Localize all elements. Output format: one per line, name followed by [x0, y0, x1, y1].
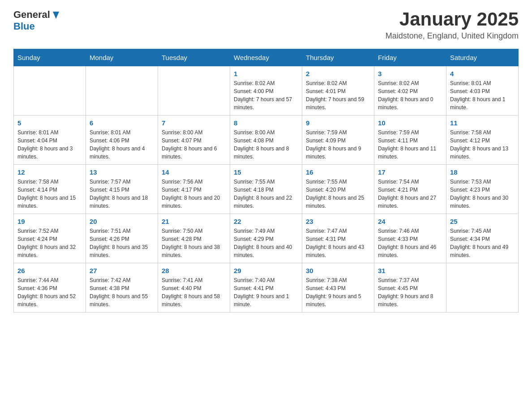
day-number: 23: [306, 218, 370, 225]
day-sun-info: Sunrise: 7:52 AMSunset: 4:24 PMDaylight:…: [17, 227, 82, 259]
calendar-day-cell: 11Sunrise: 7:58 AMSunset: 4:12 PMDayligh…: [446, 116, 519, 165]
weekday-header-monday: Monday: [86, 49, 158, 66]
calendar-day-cell: 10Sunrise: 7:59 AMSunset: 4:11 PMDayligh…: [374, 116, 446, 165]
day-sun-info: Sunrise: 8:01 AMSunset: 4:06 PMDaylight:…: [90, 128, 154, 161]
calendar-day-cell: 8Sunrise: 8:00 AMSunset: 4:08 PMDaylight…: [230, 116, 302, 165]
day-number: 22: [234, 218, 298, 225]
calendar-day-cell: 20Sunrise: 7:51 AMSunset: 4:26 PMDayligh…: [86, 214, 158, 263]
page-subtitle: Maidstone, England, United Kingdom: [386, 31, 519, 41]
day-sun-info: Sunrise: 7:44 AMSunset: 4:36 PMDaylight:…: [17, 276, 82, 308]
calendar-day-cell: 19Sunrise: 7:52 AMSunset: 4:24 PMDayligh…: [14, 214, 86, 263]
day-sun-info: Sunrise: 7:37 AMSunset: 4:45 PMDaylight:…: [378, 276, 442, 308]
calendar-day-cell: 26Sunrise: 7:44 AMSunset: 4:36 PMDayligh…: [14, 263, 86, 313]
weekday-header-wednesday: Wednesday: [230, 49, 302, 66]
logo-general-text: General: [13, 9, 50, 21]
day-number: 18: [450, 168, 515, 176]
calendar-day-cell: 22Sunrise: 7:49 AMSunset: 4:29 PMDayligh…: [230, 214, 302, 263]
day-number: 15: [234, 168, 298, 176]
calendar-day-cell: 12Sunrise: 7:58 AMSunset: 4:14 PMDayligh…: [14, 165, 86, 214]
calendar-day-cell: 28Sunrise: 7:41 AMSunset: 4:40 PMDayligh…: [158, 263, 230, 313]
day-sun-info: Sunrise: 7:57 AMSunset: 4:15 PMDaylight:…: [90, 178, 154, 210]
day-sun-info: Sunrise: 7:54 AMSunset: 4:21 PMDaylight:…: [378, 178, 442, 210]
day-sun-info: Sunrise: 8:00 AMSunset: 4:08 PMDaylight:…: [234, 128, 298, 161]
page-header: General Blue January 2025 Maidstone, Eng…: [13, 9, 519, 41]
day-sun-info: Sunrise: 8:01 AMSunset: 4:03 PMDaylight:…: [450, 79, 515, 111]
day-number: 19: [17, 218, 82, 225]
calendar-day-cell: 3Sunrise: 8:02 AMSunset: 4:02 PMDaylight…: [374, 66, 446, 116]
logo-blue-text: Blue: [13, 21, 35, 32]
calendar-day-cell: 29Sunrise: 7:40 AMSunset: 4:41 PMDayligh…: [230, 263, 302, 313]
calendar-day-cell: 27Sunrise: 7:42 AMSunset: 4:38 PMDayligh…: [86, 263, 158, 313]
calendar-day-cell: 18Sunrise: 7:53 AMSunset: 4:23 PMDayligh…: [446, 165, 519, 214]
calendar-week-row: 5Sunrise: 8:01 AMSunset: 4:04 PMDaylight…: [14, 116, 519, 165]
day-number: 4: [450, 70, 515, 77]
calendar-day-cell: 1Sunrise: 8:02 AMSunset: 4:00 PMDaylight…: [230, 66, 302, 116]
day-number: 5: [17, 119, 82, 127]
day-number: 3: [378, 70, 442, 77]
calendar-day-cell: 23Sunrise: 7:47 AMSunset: 4:31 PMDayligh…: [302, 214, 374, 263]
day-sun-info: Sunrise: 7:40 AMSunset: 4:41 PMDaylight:…: [234, 276, 298, 308]
calendar-day-cell: 24Sunrise: 7:46 AMSunset: 4:33 PMDayligh…: [374, 214, 446, 263]
calendar-week-row: 19Sunrise: 7:52 AMSunset: 4:24 PMDayligh…: [14, 214, 519, 263]
calendar-week-row: 26Sunrise: 7:44 AMSunset: 4:36 PMDayligh…: [14, 263, 519, 313]
day-number: 2: [306, 70, 370, 77]
day-number: 1: [234, 70, 298, 77]
day-sun-info: Sunrise: 7:55 AMSunset: 4:20 PMDaylight:…: [306, 178, 370, 210]
day-number: 17: [378, 168, 442, 176]
day-sun-info: Sunrise: 8:01 AMSunset: 4:04 PMDaylight:…: [17, 128, 82, 161]
calendar-day-cell: [14, 66, 86, 116]
day-number: 30: [306, 267, 370, 274]
calendar-day-cell: 5Sunrise: 8:01 AMSunset: 4:04 PMDaylight…: [14, 116, 86, 165]
calendar-day-cell: 6Sunrise: 8:01 AMSunset: 4:06 PMDaylight…: [86, 116, 158, 165]
calendar-day-cell: 14Sunrise: 7:56 AMSunset: 4:17 PMDayligh…: [158, 165, 230, 214]
calendar-day-cell: 4Sunrise: 8:01 AMSunset: 4:03 PMDaylight…: [446, 66, 519, 116]
day-number: 28: [162, 267, 226, 274]
day-number: 13: [90, 168, 154, 176]
day-sun-info: Sunrise: 7:38 AMSunset: 4:43 PMDaylight:…: [306, 276, 370, 308]
calendar-day-cell: [86, 66, 158, 116]
calendar-day-cell: [158, 66, 230, 116]
day-sun-info: Sunrise: 7:56 AMSunset: 4:17 PMDaylight:…: [162, 178, 226, 210]
calendar-day-cell: 2Sunrise: 8:02 AMSunset: 4:01 PMDaylight…: [302, 66, 374, 116]
day-sun-info: Sunrise: 7:59 AMSunset: 4:09 PMDaylight:…: [306, 128, 370, 161]
weekday-header-thursday: Thursday: [302, 49, 374, 66]
day-sun-info: Sunrise: 8:02 AMSunset: 4:02 PMDaylight:…: [378, 79, 442, 111]
calendar-table: SundayMondayTuesdayWednesdayThursdayFrid…: [13, 49, 519, 313]
day-number: 9: [306, 119, 370, 127]
day-number: 21: [162, 218, 226, 225]
weekday-header-sunday: Sunday: [14, 49, 86, 66]
weekday-header-tuesday: Tuesday: [158, 49, 230, 66]
day-sun-info: Sunrise: 7:42 AMSunset: 4:38 PMDaylight:…: [90, 276, 154, 308]
day-sun-info: Sunrise: 7:50 AMSunset: 4:28 PMDaylight:…: [162, 227, 226, 259]
day-number: 7: [162, 119, 226, 127]
day-sun-info: Sunrise: 7:41 AMSunset: 4:40 PMDaylight:…: [162, 276, 226, 308]
day-number: 27: [90, 267, 154, 274]
day-number: 26: [17, 267, 82, 274]
day-sun-info: Sunrise: 7:45 AMSunset: 4:34 PMDaylight:…: [450, 227, 515, 259]
calendar-day-cell: 30Sunrise: 7:38 AMSunset: 4:43 PMDayligh…: [302, 263, 374, 313]
day-number: 29: [234, 267, 298, 274]
day-sun-info: Sunrise: 8:00 AMSunset: 4:07 PMDaylight:…: [162, 128, 226, 161]
svg-marker-0: [53, 12, 59, 19]
logo: General Blue: [13, 9, 61, 32]
weekday-header-friday: Friday: [374, 49, 446, 66]
logo-triangle-icon: [51, 10, 61, 20]
calendar-day-cell: 9Sunrise: 7:59 AMSunset: 4:09 PMDaylight…: [302, 116, 374, 165]
day-number: 16: [306, 168, 370, 176]
calendar-day-cell: 25Sunrise: 7:45 AMSunset: 4:34 PMDayligh…: [446, 214, 519, 263]
day-sun-info: Sunrise: 7:47 AMSunset: 4:31 PMDaylight:…: [306, 227, 370, 259]
calendar-day-cell: 16Sunrise: 7:55 AMSunset: 4:20 PMDayligh…: [302, 165, 374, 214]
calendar-week-row: 1Sunrise: 8:02 AMSunset: 4:00 PMDaylight…: [14, 66, 519, 116]
day-sun-info: Sunrise: 7:55 AMSunset: 4:18 PMDaylight:…: [234, 178, 298, 210]
calendar-day-cell: 7Sunrise: 8:00 AMSunset: 4:07 PMDaylight…: [158, 116, 230, 165]
calendar-day-cell: [446, 263, 519, 313]
day-number: 8: [234, 119, 298, 127]
day-number: 6: [90, 119, 154, 127]
weekday-header-saturday: Saturday: [446, 49, 519, 66]
day-sun-info: Sunrise: 7:59 AMSunset: 4:11 PMDaylight:…: [378, 128, 442, 161]
day-number: 11: [450, 119, 515, 127]
day-number: 12: [17, 168, 82, 176]
day-number: 25: [450, 218, 515, 225]
day-sun-info: Sunrise: 7:51 AMSunset: 4:26 PMDaylight:…: [90, 227, 154, 259]
day-number: 14: [162, 168, 226, 176]
